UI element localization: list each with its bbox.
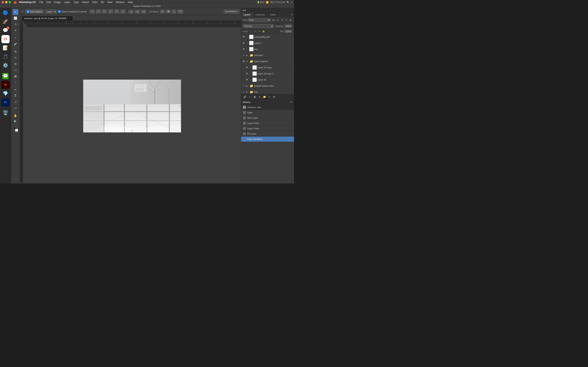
auto-select-toggle[interactable]: Auto-Select: xyxy=(25,9,44,13)
layer-visibility-7[interactable]: 👁 xyxy=(245,72,249,75)
history-row-layer-order-1[interactable]: Layer Order xyxy=(241,121,294,126)
canvas-viewport[interactable] xyxy=(20,24,241,183)
menu-file[interactable]: File xyxy=(38,0,44,4)
canvas-container[interactable] xyxy=(23,24,241,183)
layer-select-dropdown[interactable]: Layer xyxy=(45,9,57,14)
menu-edit[interactable]: Edit xyxy=(45,0,52,4)
layer-delete-btn[interactable]: 🗑 xyxy=(272,95,276,99)
menu-photoshop[interactable]: Photoshop CC xyxy=(17,0,37,4)
dock-calendar[interactable]: 25 xyxy=(1,35,9,43)
blend-mode-select[interactable]: Normal xyxy=(243,24,274,28)
tool-gradient[interactable]: ▦ xyxy=(13,73,18,79)
distribute-center-btn[interactable]: ⫤ xyxy=(135,10,140,13)
opacity-value[interactable]: 100% xyxy=(284,25,292,28)
layer-expand-5[interactable]: ▼ xyxy=(246,60,249,63)
notification-icon[interactable]: ≡ xyxy=(291,1,292,3)
history-row-open[interactable]: Open xyxy=(241,110,294,115)
distribute-right-btn[interactable]: ⫥ xyxy=(141,10,146,13)
menu-select[interactable]: Select xyxy=(81,0,90,4)
tool-pen[interactable]: ✒ xyxy=(13,87,18,92)
menu-layer[interactable]: Layer xyxy=(63,0,72,4)
menu-view[interactable]: View xyxy=(106,0,114,4)
menu-3d[interactable]: 3D xyxy=(99,0,105,4)
layer-expand-10[interactable]: ▶ xyxy=(246,91,249,93)
layer-new-btn[interactable]: + xyxy=(267,95,271,99)
layer-expand-9[interactable]: ▶ xyxy=(246,84,249,87)
dock-wechat[interactable]: 💬 xyxy=(1,72,9,80)
history-row-new-layer[interactable]: New Layer xyxy=(241,115,294,121)
lock-paint-btn[interactable]: ✏ xyxy=(254,30,257,33)
menu-filter[interactable]: Filter xyxy=(91,0,99,4)
filter-kind-select[interactable]: Kind xyxy=(248,18,271,22)
dock-sysprefs[interactable]: ⚙️ xyxy=(1,61,9,69)
apple-menu[interactable]: 🍎 xyxy=(13,1,17,4)
layer-row-l10-copy[interactable]: 👁 Layer 10 copy xyxy=(241,64,294,71)
auto-select-checkbox[interactable] xyxy=(27,10,29,13)
dock-notes[interactable]: 📝 xyxy=(1,44,9,52)
tool-magic-wand[interactable]: ✦ xyxy=(13,27,18,33)
distribute-left-btn[interactable]: ⫣ xyxy=(129,10,134,13)
layer-visibility-10[interactable]: 👁 xyxy=(242,90,246,94)
maximize-button[interactable] xyxy=(9,1,11,3)
tool-zoom[interactable]: 🔍 xyxy=(13,119,18,125)
layer-visibility-6[interactable]: 👁 xyxy=(245,66,249,69)
tool-clone[interactable]: ⊗ xyxy=(13,61,18,67)
layer-adjustment-btn[interactable]: ⊘ xyxy=(258,95,261,99)
tool-type[interactable]: T xyxy=(13,93,18,99)
history-row-free-transform[interactable]: Free Transform xyxy=(241,137,294,142)
history-row-layer-order-2[interactable]: Layer Order xyxy=(241,126,294,131)
dock-messages[interactable]: 💬 2 xyxy=(1,26,9,34)
dock-illustrator[interactable]: Ai xyxy=(1,81,9,89)
layer-link-btn[interactable]: 🔗 xyxy=(243,95,247,99)
layer-visibility-8[interactable]: 👁 xyxy=(245,78,249,82)
3d-pan-btn[interactable]: ✚ xyxy=(166,9,171,13)
tool-eyedropper[interactable]: 💉 xyxy=(13,41,18,47)
fill-value[interactable]: 100% xyxy=(284,30,292,33)
canvas-image[interactable] xyxy=(83,80,181,133)
history-row-snapshot[interactable]: entrance .psd xyxy=(241,105,294,110)
3d-camera-btn[interactable]: 📷 xyxy=(177,9,183,13)
tool-heal[interactable]: ⊕ xyxy=(13,49,18,54)
dock-trash[interactable]: 🗑️ xyxy=(1,109,9,117)
3d-walk-btn[interactable]: ⌂ xyxy=(172,10,176,13)
layer-visibility-9[interactable]: 👁 xyxy=(242,84,246,88)
layer-visibility-2[interactable]: 👁 xyxy=(242,41,246,45)
tool-select-rect[interactable]: ⬜ xyxy=(13,15,18,21)
tab-channels[interactable]: Channels xyxy=(253,12,268,17)
lock-all-btn[interactable]: 🔒 xyxy=(262,30,265,33)
tool-dodge[interactable]: ○ xyxy=(13,79,18,85)
align-right-btn[interactable]: ⊢ xyxy=(102,9,107,13)
panel-more-btn[interactable]: ≡ xyxy=(290,12,294,17)
align-center-h-btn[interactable]: ⊤ xyxy=(96,9,101,13)
menu-help[interactable]: Help xyxy=(126,0,134,4)
tool-foreground-bg[interactable] xyxy=(13,126,18,132)
spotlight-icon[interactable]: 🔍 xyxy=(287,1,290,4)
lock-move-btn[interactable]: ✛ xyxy=(258,30,261,33)
minimize-button[interactable] xyxy=(5,1,8,3)
tab-layers[interactable]: Layers xyxy=(241,12,253,17)
tool-brush[interactable]: ✏ xyxy=(13,55,18,60)
align-middle-v-btn[interactable]: ⊤ xyxy=(114,9,119,13)
align-bottom-btn[interactable]: ⊥ xyxy=(121,9,125,13)
filter-pixel-btn[interactable]: ▤ xyxy=(272,18,275,22)
filter-shape-btn[interactable]: ▭ xyxy=(285,18,288,22)
layer-row-l10-copy2[interactable]: 👁 Layer 10 copy 2 xyxy=(241,71,294,77)
layer-visibility-3[interactable]: 👁 xyxy=(242,47,246,51)
history-collapse-btn[interactable]: ▼ xyxy=(290,101,292,104)
layer-row-red-steel[interactable]: 👁 ▶ 📁 red steel xyxy=(241,52,294,58)
align-top-btn[interactable]: ⊤ xyxy=(108,9,113,13)
layer-visibility-1[interactable]: 👁 xyxy=(242,35,246,39)
filter-smartobj-btn[interactable]: ◈ xyxy=(289,18,292,22)
tool-crop[interactable]: ⌖ xyxy=(13,35,18,41)
tool-hand[interactable]: ✋ xyxy=(13,113,18,118)
menu-type[interactable]: Type xyxy=(72,0,80,4)
align-left-btn[interactable]: ⊣ xyxy=(90,9,95,13)
panel-collapse-icon[interactable]: ◀◀ xyxy=(242,9,246,12)
layer-expand-4[interactable]: ▶ xyxy=(246,54,249,57)
close-button[interactable] xyxy=(2,1,4,3)
filter-type-btn[interactable]: T xyxy=(280,18,284,22)
layer-row-line[interactable]: 👁 line xyxy=(241,46,294,52)
layer-group-btn[interactable]: 📁 xyxy=(262,95,267,99)
tool-shape[interactable]: ▭ xyxy=(13,105,18,111)
tool-eraser[interactable]: ◻ xyxy=(13,67,18,73)
